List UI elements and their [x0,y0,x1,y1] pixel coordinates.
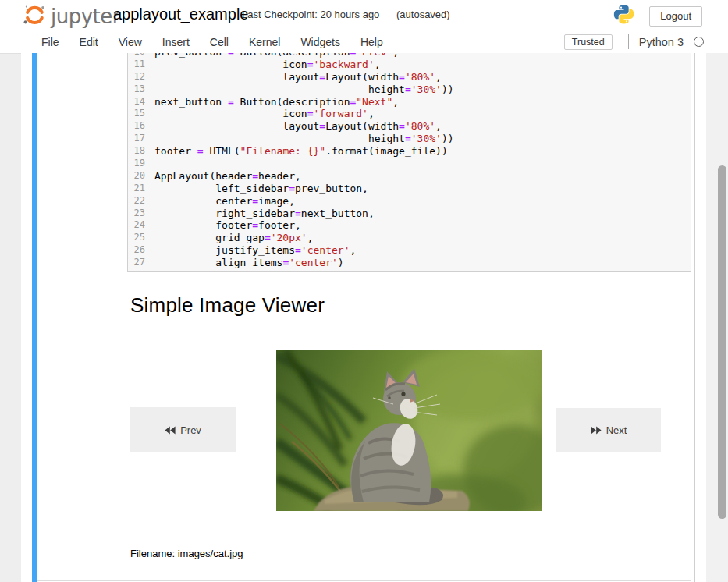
python-logo-icon [613,4,634,28]
checkpoint-status: Last Checkpoint: 20 hours ago [242,9,379,20]
forward-icon [591,426,602,435]
output-heading: Simple Image Viewer [130,293,325,318]
prev-button-label: Prev [180,424,201,436]
menu-file[interactable]: File [31,36,69,48]
menu-help[interactable]: Help [350,36,393,48]
kernel-name: Python 3 [639,36,684,48]
next-cell-top-edge [37,580,691,581]
menu-widgets[interactable]: Widgets [290,36,350,48]
menu-bar: File Edit View Insert Cell Kernel Widget… [0,30,728,54]
output-filename-text: Filename: images/cat.jpg [130,548,243,559]
menu-view[interactable]: View [108,36,152,48]
jupyter-notebook-app: jupyter applayout_example Last Checkpoin… [0,0,728,582]
notebook-header: jupyter applayout_example Last Checkpoin… [0,0,728,30]
menu-cell[interactable]: Cell [200,36,239,48]
notebook-title[interactable]: applayout_example [113,5,248,23]
jupyter-logo[interactable]: jupyter [23,3,120,30]
code-cell-input[interactable]: 101112131415161718192021222324252627 pre… [127,53,691,272]
menu-edit[interactable]: Edit [69,36,108,48]
menu-kernel[interactable]: Kernel [239,36,290,48]
next-button[interactable]: Next [556,408,661,452]
backward-icon [165,426,176,435]
trusted-badge[interactable]: Trusted [564,34,613,50]
kernel-idle-circle-icon [694,37,704,47]
kernel-divider [628,34,629,49]
code-gutter: 101112131415161718192021222324252627 [128,53,151,269]
next-button-label: Next [606,424,627,436]
autosave-status: (autosaved) [396,9,450,20]
logout-button[interactable]: Logout [649,6,702,27]
jupyter-logo-icon [23,3,46,30]
jupyter-logo-text: jupyter [51,5,120,28]
cat-image [276,350,542,511]
menu-insert[interactable]: Insert [152,36,200,48]
code-lines[interactable]: prev_button = Button(description="Prev",… [151,53,691,269]
prev-button[interactable]: Prev [130,407,236,452]
selected-cell-indicator [32,53,37,582]
scrollbar-thumb[interactable] [718,165,726,519]
